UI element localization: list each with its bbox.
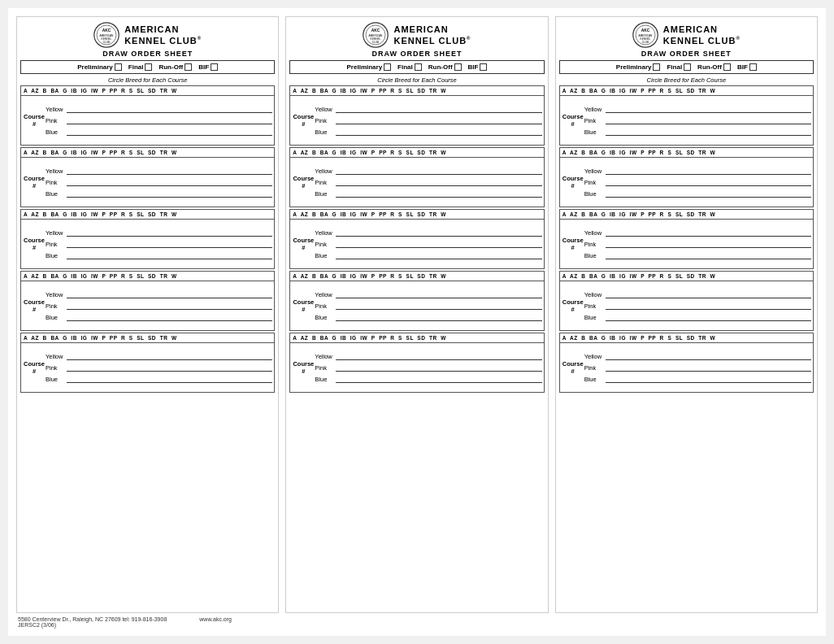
pink-fill-2-3[interactable]	[336, 240, 541, 248]
final-checkbox-3[interactable]	[684, 63, 691, 71]
yellow-fill-3-3[interactable]	[606, 228, 811, 237]
bif-checkbox-1[interactable]	[211, 63, 218, 71]
blue-fill-3-4[interactable]	[606, 313, 811, 321]
pink-fill-1-4[interactable]	[67, 302, 272, 310]
blue-fill-2-4[interactable]	[336, 313, 541, 321]
pink-fill-2-1[interactable]	[336, 116, 541, 124]
final-checkbox-2[interactable]	[415, 63, 422, 71]
breed-letters-1-3: A AZ B BA G IB IG IW P PP R S SL SD TR W	[21, 210, 274, 220]
bif-check-3[interactable]: BIF	[737, 63, 757, 71]
blue-fill-2-5[interactable]	[336, 375, 541, 383]
yellow-fill-1-4[interactable]	[67, 290, 272, 298]
yellow-fill-2-4[interactable]	[336, 290, 541, 298]
pink-fill-3-5[interactable]	[606, 363, 811, 372]
course-body-3-2: Course# Yellow Pink Blue	[560, 158, 813, 207]
final-check-2[interactable]: Final	[397, 63, 422, 71]
blue-fill-2-2[interactable]	[336, 189, 541, 198]
runoff-check-1[interactable]: Run-Off	[159, 63, 192, 71]
pink-fill-3-1[interactable]	[606, 116, 811, 124]
preliminary-check-3[interactable]: Preliminary	[616, 63, 661, 71]
blue-fill-2-3[interactable]	[336, 251, 541, 259]
bif-check-2[interactable]: BIF	[468, 63, 488, 71]
blue-fill-3-2[interactable]	[606, 189, 811, 198]
blue-fill-1-3[interactable]	[67, 251, 272, 259]
color-lines-2-2: Yellow Pink Blue	[315, 167, 541, 198]
circle-breed-label-2: Circle Breed for Each Course	[289, 76, 544, 84]
blue-label-3-3: Blue	[584, 252, 604, 259]
final-checkbox-1[interactable]	[145, 63, 152, 71]
yellow-line-2-4: Yellow	[315, 290, 541, 298]
pink-fill-2-5[interactable]	[336, 363, 541, 372]
yellow-label-2-1: Yellow	[315, 106, 334, 113]
course-label-1-3: Course#	[23, 237, 46, 251]
blue-fill-3-1[interactable]	[606, 128, 811, 136]
runoff-check-3[interactable]: Run-Off	[697, 63, 731, 71]
runoff-checkbox-3[interactable]	[723, 63, 731, 71]
breed-letters-2-3: A AZ B BA G IB IG IW P PP R S SL SD TR W	[290, 210, 543, 220]
pink-fill-1-5[interactable]	[67, 363, 272, 372]
blue-fill-3-5[interactable]	[606, 375, 811, 383]
yellow-line-3-3: Yellow	[584, 228, 811, 237]
yellow-fill-2-2[interactable]	[336, 167, 541, 175]
blue-line-2-4: Blue	[315, 313, 541, 321]
blue-fill-1-4[interactable]	[67, 313, 272, 321]
blue-fill-2-1[interactable]	[336, 128, 541, 136]
course-label-3-1: Course#	[562, 113, 584, 128]
blue-fill-3-3[interactable]	[606, 251, 811, 259]
pink-label-3-5: Pink	[584, 364, 604, 372]
blue-fill-1-5[interactable]	[67, 375, 272, 383]
runoff-checkbox-2[interactable]	[454, 63, 462, 71]
bif-checkbox-3[interactable]	[749, 63, 757, 71]
pink-fill-3-2[interactable]	[606, 178, 811, 186]
yellow-fill-2-3[interactable]	[336, 228, 541, 237]
pink-label-1-4: Pink	[46, 302, 65, 310]
final-check-3[interactable]: Final	[667, 63, 691, 71]
bif-check-1[interactable]: BIF	[198, 63, 218, 71]
pink-fill-1-2[interactable]	[67, 178, 272, 186]
yellow-fill-3-2[interactable]	[606, 167, 811, 175]
final-label-2: Final	[397, 63, 413, 71]
preliminary-check-2[interactable]: Preliminary	[347, 63, 392, 71]
yellow-fill-2-1[interactable]	[336, 105, 541, 113]
blue-fill-1-1[interactable]	[67, 128, 272, 136]
yellow-fill-1-5[interactable]	[67, 352, 272, 360]
pink-fill-3-4[interactable]	[606, 302, 811, 310]
preliminary-checkbox-1[interactable]	[115, 63, 122, 71]
akc-header-1: AKC AMERICAN KENNEL CLUB AMERICANKENNEL …	[20, 22, 275, 48]
final-check-1[interactable]: Final	[128, 63, 153, 71]
yellow-line-3-2: Yellow	[584, 167, 811, 175]
course-section-2-5: A AZ B BA G IB IG IW P PP R S SL SD TR W…	[289, 333, 544, 393]
yellow-fill-2-5[interactable]	[336, 352, 541, 360]
pink-fill-2-2[interactable]	[336, 178, 541, 186]
yellow-fill-1-2[interactable]	[67, 167, 272, 175]
color-lines-3-2: Yellow Pink Blue	[584, 167, 811, 198]
pink-fill-1-1[interactable]	[67, 116, 272, 124]
blue-label-3-2: Blue	[584, 190, 604, 198]
blue-label-1-2: Blue	[46, 190, 65, 198]
pink-fill-3-3[interactable]	[606, 240, 811, 248]
blue-fill-1-2[interactable]	[67, 189, 272, 198]
preliminary-check-1[interactable]: Preliminary	[77, 63, 122, 71]
yellow-fill-1-1[interactable]	[67, 105, 272, 113]
yellow-fill-3-5[interactable]	[606, 352, 811, 360]
pink-fill-1-3[interactable]	[67, 240, 272, 248]
sheet-col-3: AKC AMERICAN KENNEL CLUB AMERICANKENNEL …	[555, 16, 818, 613]
yellow-fill-3-4[interactable]	[606, 290, 811, 298]
yellow-fill-1-3[interactable]	[67, 228, 272, 237]
color-lines-3-1: Yellow Pink Blue	[584, 105, 811, 136]
draw-order-title-1: DRAW ORDER SHEET	[20, 50, 275, 58]
course-label-3-2: Course#	[562, 175, 584, 189]
yellow-label-3-4: Yellow	[584, 291, 604, 298]
breed-letters-1-1: A AZ B BA G IB IG IW P PP R S SL SD TR W	[21, 86, 274, 96]
pink-label-3-2: Pink	[584, 179, 604, 186]
course-body-2-1: Course# Yellow Pink Blue	[290, 96, 543, 145]
preliminary-checkbox-3[interactable]	[653, 63, 660, 71]
pink-fill-2-4[interactable]	[336, 302, 541, 310]
runoff-checkbox-1[interactable]	[185, 63, 192, 71]
yellow-fill-3-1[interactable]	[606, 105, 811, 113]
preliminary-checkbox-2[interactable]	[384, 63, 391, 71]
blue-label-2-4: Blue	[315, 314, 334, 321]
runoff-check-2[interactable]: Run-Off	[428, 63, 462, 71]
draw-order-title-2: DRAW ORDER SHEET	[289, 50, 544, 58]
bif-checkbox-2[interactable]	[480, 63, 487, 71]
